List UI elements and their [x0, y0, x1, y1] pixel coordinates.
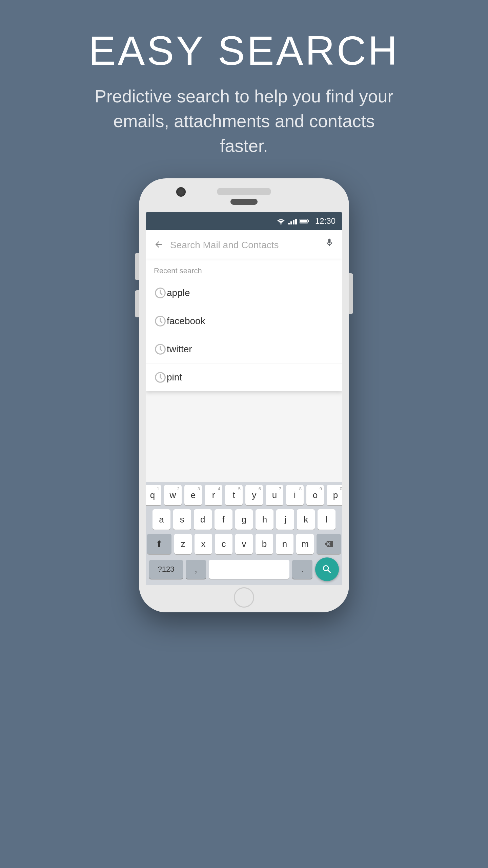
key-e[interactable]: 3e — [184, 485, 202, 505]
phone-wrapper: 12:30 Search Mail and Contacts — [136, 178, 352, 868]
svg-rect-3 — [300, 220, 307, 223]
recent-search-item-twitter[interactable]: twitter — [146, 335, 342, 363]
recent-search-label: Recent search — [146, 260, 342, 279]
page-subtitle: Predictive search to help you find your … — [92, 84, 396, 158]
camera-icon — [176, 187, 186, 197]
key-j[interactable]: j — [276, 509, 294, 530]
mic-icon[interactable] — [325, 238, 334, 253]
key-z[interactable]: z — [174, 534, 192, 554]
key-r[interactable]: 4r — [205, 485, 222, 505]
search-bar[interactable]: Search Mail and Contacts — [146, 230, 342, 260]
key-q[interactable]: 1q — [146, 485, 161, 505]
svg-point-0 — [280, 223, 281, 224]
key-c[interactable]: c — [215, 534, 232, 554]
search-input[interactable]: Search Mail and Contacts — [170, 240, 325, 251]
keyboard-row-3: ⬆ z x c v b n m — [146, 531, 342, 555]
key-s[interactable]: s — [173, 509, 191, 530]
speaker — [217, 188, 271, 195]
clock-icon — [154, 315, 167, 328]
key-f[interactable]: f — [215, 509, 232, 530]
status-bar: 12:30 — [146, 212, 342, 230]
key-x[interactable]: x — [195, 534, 212, 554]
phone-top — [139, 178, 349, 205]
battery-icon — [300, 218, 309, 224]
phone-shell: 12:30 Search Mail and Contacts — [139, 178, 349, 612]
recent-search-text: apple — [167, 288, 190, 298]
key-b[interactable]: b — [256, 534, 273, 554]
search-dropdown: Recent search apple facebook — [146, 260, 342, 391]
key-h[interactable]: h — [256, 509, 273, 530]
key-n[interactable]: n — [276, 534, 293, 554]
svg-rect-2 — [308, 220, 309, 222]
key-i[interactable]: 8i — [286, 485, 304, 505]
earpiece — [230, 199, 258, 205]
signal-icon — [288, 218, 297, 224]
page-title: EASY SEARCH — [88, 27, 399, 74]
key-g[interactable]: g — [235, 509, 253, 530]
clock-icon — [154, 287, 167, 299]
key-u[interactable]: 7u — [266, 485, 283, 505]
recent-search-text: facebook — [167, 316, 205, 327]
clock-icon — [154, 343, 167, 356]
key-k[interactable]: k — [297, 509, 315, 530]
keyboard-row-2: a s d f g h j k l — [146, 507, 342, 531]
recent-search-text: pint — [167, 372, 182, 383]
key-p[interactable]: 0p — [327, 485, 342, 505]
key-y[interactable]: 6y — [245, 485, 263, 505]
keyboard-bottom-row: ?123 , . — [146, 555, 342, 585]
key-period[interactable]: . — [292, 560, 312, 579]
recent-search-item-facebook[interactable]: facebook — [146, 307, 342, 335]
header-section: EASY SEARCH Predictive search to help yo… — [55, 27, 433, 158]
key-l[interactable]: l — [318, 509, 336, 530]
key-search[interactable] — [315, 557, 339, 581]
key-a[interactable]: a — [152, 509, 170, 530]
time-display: 12:30 — [315, 216, 336, 226]
clock-icon — [154, 371, 167, 384]
key-t[interactable]: 5t — [225, 485, 243, 505]
key-m[interactable]: m — [296, 534, 314, 554]
recent-search-item-apple[interactable]: apple — [146, 279, 342, 307]
key-space[interactable] — [209, 560, 289, 579]
key-shift[interactable]: ⬆ — [147, 534, 171, 554]
keyboard: 1q 2w 3e 4r 5t 6y 7u 8i 9o 0p a s d f — [146, 482, 342, 585]
home-button[interactable] — [234, 587, 254, 608]
key-o[interactable]: 9o — [306, 485, 324, 505]
key-v[interactable]: v — [235, 534, 253, 554]
recent-search-text: twitter — [167, 344, 192, 355]
key-w[interactable]: 2w — [164, 485, 182, 505]
key-delete[interactable] — [317, 534, 341, 554]
key-d[interactable]: d — [194, 509, 212, 530]
key-num-switch[interactable]: ?123 — [149, 560, 183, 579]
key-comma[interactable]: , — [186, 560, 206, 579]
phone-screen: 12:30 Search Mail and Contacts — [146, 212, 342, 585]
back-button[interactable] — [154, 238, 163, 252]
phone-bottom — [139, 585, 349, 612]
keyboard-row-1: 1q 2w 3e 4r 5t 6y 7u 8i 9o 0p — [146, 482, 342, 507]
status-icons: 12:30 — [277, 216, 336, 226]
recent-search-item-pint[interactable]: pint — [146, 363, 342, 391]
wifi-icon — [277, 218, 285, 224]
